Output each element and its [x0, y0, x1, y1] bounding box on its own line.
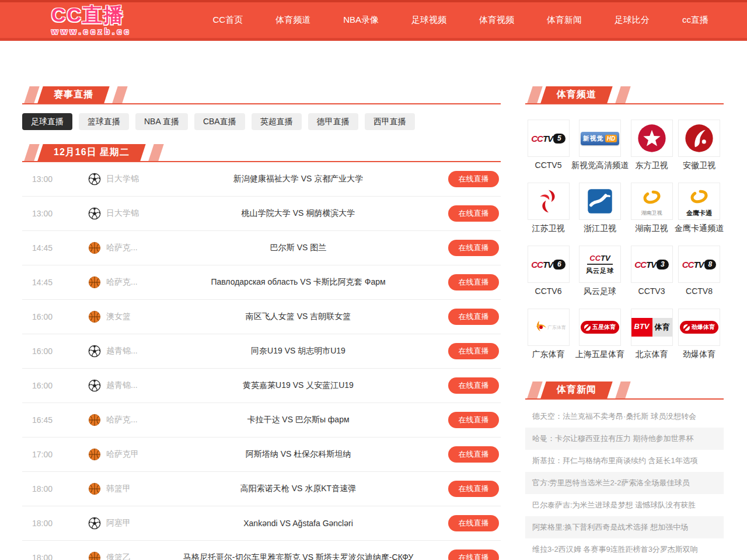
btv-sports-logo[interactable]: BTV体育	[631, 309, 673, 346]
channel-item[interactable]: 金鹰卡通金鹰卡通频道	[675, 183, 724, 233]
filter-tab[interactable]: 西甲直播	[365, 113, 415, 130]
match-row: 16:45 哈萨克...卡拉干达 VS 巴尔斯ы фарм在线直播	[22, 403, 501, 438]
news-item[interactable]: 维拉3-2西汉姆 各赛事9连胜距榜首3分罗杰斯双响	[525, 538, 724, 560]
channel-label: CCTV6	[525, 286, 571, 296]
guangdong-sports-logo[interactable]: 广东体育	[528, 309, 570, 346]
channel-item[interactable]: CCTV8CCTV8	[675, 246, 724, 296]
match-row: 18:00 俄篮乙马格尼托哥尔-切尔车里雅宾斯克 VS 斯塔夫罗波尔迪纳摩-СК…	[22, 541, 501, 560]
channels-section-header: 体育频道	[525, 86, 724, 104]
match-row: 16:00 澳女篮南区飞人女篮 VS 吉朗联女篮在线直播	[22, 300, 501, 334]
watch-live-button[interactable]: 在线直播	[448, 343, 499, 359]
cctv3-logo[interactable]: CCTV3	[631, 246, 673, 283]
jiangsu-tv-logo[interactable]	[528, 183, 570, 220]
cctv5-logo[interactable]: CCTV5	[528, 120, 570, 157]
filter-tab[interactable]: 足球直播	[22, 113, 72, 130]
date-title: 12月16日 星期二	[54, 146, 130, 159]
channel-item[interactable]: 新视觉HD新视觉高清频道	[571, 120, 629, 170]
basketball-icon	[88, 448, 101, 461]
ribbon-accent-right	[148, 144, 163, 161]
nav-item[interactable]: CC首页	[212, 15, 243, 26]
channel-item[interactable]: CCTV6CCTV6	[525, 246, 571, 296]
nav-item[interactable]: NBA录像	[343, 15, 379, 26]
watch-live-button[interactable]: 在线直播	[448, 274, 499, 290]
filter-tab[interactable]: 英超直播	[252, 113, 302, 130]
watch-live-button[interactable]: 在线直播	[448, 515, 499, 531]
watch-live-button[interactable]: 在线直播	[448, 240, 499, 256]
match-title: 马格尼托哥尔-切尔车里雅宾斯克 VS 斯塔夫罗波尔迪纳摩-СКФУ	[154, 552, 442, 560]
news-item[interactable]: 哈曼：卡尔让穆西亚拉有压力 期待他参加世界杯	[525, 428, 724, 450]
hunan-tv-logo[interactable]: 湖南卫视	[631, 183, 673, 220]
channel-label: 劲爆体育	[675, 349, 724, 359]
watch-live-button[interactable]: 在线直播	[448, 309, 499, 325]
nav-item[interactable]: 足球比分	[615, 15, 650, 26]
watch-live-button[interactable]: 在线直播	[448, 446, 499, 463]
ribbon-accent-right	[615, 86, 630, 103]
channel-item[interactable]: 浙江卫视	[571, 183, 629, 233]
anhui-tv-logo[interactable]	[678, 120, 720, 157]
filter-tab[interactable]: NBA 直播	[135, 113, 188, 130]
cctv6-logo[interactable]: CCTV6	[528, 246, 570, 283]
dongfang-tv-logo[interactable]	[631, 120, 673, 157]
match-row: 14:45 哈萨克...巴尔斯 VS 图兰在线直播	[22, 231, 501, 265]
filter-tab[interactable]: 篮球直播	[79, 113, 129, 130]
channel-item[interactable]: 安徽卫视	[675, 120, 724, 170]
zhejiang-tv-logo[interactable]	[579, 183, 621, 220]
top-navbar: CC直播 www.cczb.cc CC首页体育频道NBA录像足球视频体育视频体育…	[0, 0, 747, 41]
match-title: 高阳索诺天枪 VS 水原KT音速弹	[154, 484, 442, 494]
match-league: 哈萨克甲	[106, 449, 154, 460]
match-title: 黄英嘉莱U19 VS 乂安蓝江U19	[154, 380, 442, 391]
news-item[interactable]: 官方:劳里恩特当选米兰2-2萨索洛全场最佳球员	[525, 472, 724, 494]
cctv8-logo[interactable]: CCTV8	[678, 246, 720, 283]
league-filter-tabs: 足球直播篮球直播NBA 直播CBA直播英超直播德甲直播西甲直播	[22, 113, 501, 130]
watch-live-button[interactable]: 在线直播	[448, 205, 499, 222]
channel-item[interactable]: 广东体育广东体育	[525, 309, 571, 359]
filter-tab[interactable]: 德甲直播	[308, 113, 358, 130]
basketball-icon	[88, 242, 101, 254]
match-league: 越青锦...	[106, 346, 154, 356]
filter-tab[interactable]: CBA直播	[194, 113, 245, 130]
match-league: 阿塞甲	[106, 518, 154, 528]
channel-label: 新视觉高清频道	[571, 160, 629, 170]
nav-item[interactable]: 体育频道	[275, 15, 310, 26]
nav-item[interactable]: cc直播	[682, 15, 708, 26]
fengyun-football-logo[interactable]: CCTV 风云足球	[579, 246, 621, 283]
wuxing-sports-logo[interactable]: 五星体育	[579, 309, 621, 346]
channel-item[interactable]: 东方卫视	[629, 120, 675, 170]
jinying-cartoon-logo[interactable]: 金鹰卡通	[678, 183, 720, 220]
channel-item[interactable]: CCTV 风云足球风云足球	[571, 246, 629, 296]
news-item[interactable]: 巴尔泰萨吉:为米兰进球是梦想 遗憾球队没有获胜	[525, 494, 724, 516]
jinbao-sports-logo[interactable]: 劲爆体育	[678, 309, 720, 346]
nav-item[interactable]: 体育新闻	[547, 15, 582, 26]
match-time: 16:00	[32, 381, 67, 390]
channel-item[interactable]: BTV体育北京体育	[629, 309, 675, 359]
channel-item[interactable]: 湖南卫视湖南卫视	[629, 183, 675, 233]
watch-live-button[interactable]: 在线直播	[448, 550, 499, 560]
watch-live-button[interactable]: 在线直播	[448, 171, 499, 187]
channels-section-title: 体育频道	[557, 89, 596, 101]
ribbon-accent-left	[24, 144, 39, 161]
basketball-icon	[88, 482, 101, 495]
xinshijue-hd-logo[interactable]: 新视觉HD	[579, 120, 621, 157]
site-logo[interactable]: CC直播 www.cczb.cc	[51, 5, 131, 36]
logo-title: CC直播	[51, 5, 131, 24]
nav-item[interactable]: 足球视频	[411, 15, 446, 26]
channel-item[interactable]: CCTV3CCTV3	[629, 246, 675, 296]
channel-item[interactable]: 劲爆体育劲爆体育	[675, 309, 724, 359]
basketball-icon	[88, 414, 101, 426]
news-item[interactable]: 德天空：法兰克福不卖考昂·桑托斯 球员没想转会	[525, 405, 724, 428]
nav-item[interactable]: 体育视频	[479, 15, 514, 26]
channel-label: 金鹰卡通频道	[675, 223, 724, 233]
ribbon-accent-left	[527, 86, 542, 103]
watch-live-button[interactable]: 在线直播	[448, 377, 499, 394]
watch-live-button[interactable]: 在线直播	[448, 481, 499, 497]
watch-live-button[interactable]: 在线直播	[448, 412, 499, 428]
match-league: 越青锦...	[106, 380, 154, 391]
channel-item[interactable]: 江苏卫视	[525, 183, 571, 233]
channel-item[interactable]: CCTV5CCTV5	[525, 120, 571, 170]
channel-label: 上海五星体育	[571, 349, 629, 359]
channel-label: 广东体育	[525, 349, 571, 359]
match-row: 18:00 韩篮甲高阳索诺天枪 VS 水原KT音速弹在线直播	[22, 472, 501, 506]
news-item[interactable]: 阿莱格里:换下普利西奇是战术选择 想加强中场	[525, 516, 724, 538]
news-item[interactable]: 斯基拉：拜仁与格纳布里商谈续约 含延长1年选项	[525, 450, 724, 472]
channel-item[interactable]: 五星体育上海五星体育	[571, 309, 629, 359]
